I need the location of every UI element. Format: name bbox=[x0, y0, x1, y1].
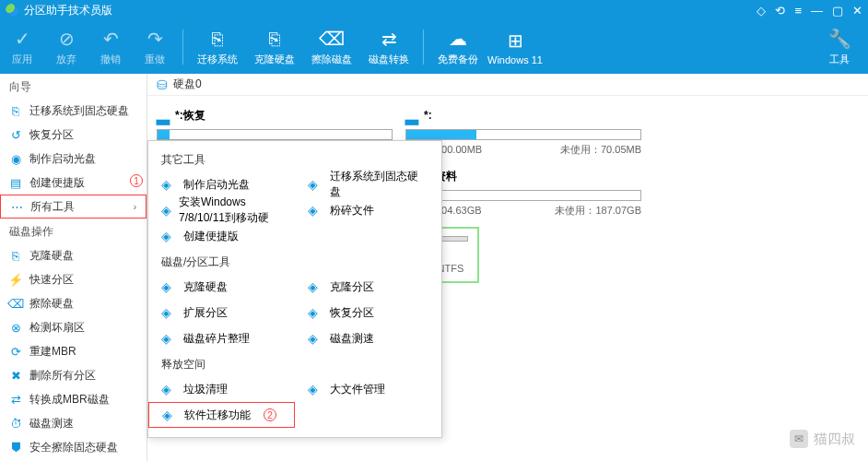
popup-item[interactable]: ◈克隆分区 bbox=[295, 274, 441, 300]
popup-item[interactable]: ◈迁移系统到固态硬盘 bbox=[295, 171, 441, 197]
watermark: ✉ 猫四叔 bbox=[790, 430, 855, 448]
sidebar-head-wizard: 向导 bbox=[0, 74, 147, 99]
sidebar-item-delete-all[interactable]: ✖删除所有分区 bbox=[0, 363, 147, 387]
popup-item-label: 迁移系统到固态硬盘 bbox=[330, 169, 428, 200]
popup-item-label: 制作启动光盘 bbox=[183, 177, 250, 193]
popup-item[interactable]: ◈垃圾清理 bbox=[148, 376, 295, 402]
drive-icon: ▂ bbox=[157, 105, 170, 125]
discard-button[interactable]: ⊘放弃 bbox=[44, 24, 88, 70]
popup-item[interactable]: ◈磁盘测速 bbox=[295, 325, 441, 351]
main-toolbar: ✓应用 ⊘放弃 ↶撤销 ↷重做 ⎘迁移系统 ⎘克隆硬盘 ⌫擦除磁盘 ⇄磁盘转换 … bbox=[0, 20, 868, 74]
usage-bar bbox=[405, 129, 641, 140]
sidebar-item-migrate-ssd[interactable]: ⎘迁移系统到固态硬盘 bbox=[0, 99, 147, 123]
sidebar: 向导 ⎘迁移系统到固态硬盘 ↺恢复分区 ◉制作启动光盘 ▤创建便捷版1 ⋯所有工… bbox=[0, 74, 147, 461]
app-logo-icon bbox=[6, 4, 18, 17]
unused-label: 未使用：70.05MB bbox=[560, 143, 641, 157]
sidebar-item-boot-disc[interactable]: ◉制作启动光盘 bbox=[0, 147, 147, 171]
volume-name: *:恢复 bbox=[175, 108, 205, 124]
wipe-button[interactable]: ⌫擦除磁盘 bbox=[303, 24, 360, 70]
badge-2: 2 bbox=[264, 408, 276, 421]
close-icon[interactable]: ✕ bbox=[852, 4, 862, 18]
volume-name: *: bbox=[424, 109, 432, 122]
popup-section-other: 其它工具 bbox=[148, 147, 441, 171]
migrate-button[interactable]: ⎘迁移系统 bbox=[189, 24, 246, 70]
badge-1: 1 bbox=[130, 174, 143, 187]
tool-icon: ◈ bbox=[161, 331, 176, 346]
sidebar-item-recover[interactable]: ↺恢复分区 bbox=[0, 123, 147, 147]
sidebar-item-wipe-disk[interactable]: ⌫擦除硬盘 bbox=[0, 291, 147, 315]
popup-item-label: 软件迁移功能 bbox=[184, 408, 251, 423]
popup-item[interactable]: ◈粉碎文件 bbox=[295, 197, 441, 223]
sidebar-item-to-mbr[interactable]: ⇄转换成MBR磁盘 bbox=[0, 387, 147, 411]
separator bbox=[182, 30, 183, 65]
tool-icon: ◈ bbox=[308, 305, 323, 320]
popup-item-label: 垃圾清理 bbox=[183, 382, 228, 397]
popup-item[interactable]: ◈制作启动光盘 bbox=[148, 171, 295, 197]
titlebar: 分区助手技术员版 ◇ ⟲ ≡ — ▢ ✕ bbox=[0, 0, 868, 20]
sidebar-item-clone-disk[interactable]: ⎘克隆硬盘 bbox=[0, 243, 147, 267]
sidebar-item-rebuild-mbr[interactable]: ⟳重建MBR bbox=[0, 339, 147, 363]
tools-button[interactable]: 🔧工具 bbox=[811, 24, 868, 70]
skin-icon[interactable]: ◇ bbox=[757, 4, 766, 18]
popup-item-label: 大文件管理 bbox=[330, 382, 385, 397]
drive-icon: ▂ bbox=[405, 105, 418, 125]
sidebar-head-disk: 磁盘操作 bbox=[0, 219, 147, 243]
backup-button[interactable]: ☁免费备份 bbox=[429, 24, 487, 70]
tool-icon: ◈ bbox=[161, 382, 176, 396]
popup-item[interactable]: ◈大文件管理 bbox=[295, 376, 441, 402]
sidebar-item-speed[interactable]: ⏱磁盘测速 bbox=[0, 411, 147, 435]
popup-item[interactable]: ◈扩展分区 bbox=[148, 300, 295, 325]
refresh-icon[interactable]: ⟲ bbox=[775, 4, 785, 18]
tool-icon: ◈ bbox=[161, 279, 176, 294]
win11-button[interactable]: ⊞Windows 11 bbox=[487, 24, 544, 70]
popup-item-label: 安装Windows 7/8/10/11到移动硬 bbox=[179, 195, 282, 226]
menu-icon[interactable]: ≡ bbox=[794, 4, 802, 18]
tool-icon: ◈ bbox=[161, 229, 176, 243]
sidebar-item-bad-sector[interactable]: ⊗检测坏扇区 bbox=[0, 315, 147, 339]
popup-section-dp: 磁盘/分区工具 bbox=[148, 249, 441, 274]
sidebar-item-quick-part[interactable]: ⚡快速分区 bbox=[0, 267, 147, 291]
popup-section-free: 释放空间 bbox=[148, 351, 441, 376]
undo-button[interactable]: ↶撤销 bbox=[88, 24, 133, 70]
usage-bar bbox=[157, 129, 393, 140]
app-title: 分区助手技术员版 bbox=[24, 3, 112, 18]
tool-icon: ◈ bbox=[308, 331, 323, 346]
sidebar-item-all-tools[interactable]: ⋯所有工具› bbox=[0, 195, 147, 219]
tool-icon: ◈ bbox=[308, 279, 323, 294]
clone-button[interactable]: ⎘克隆硬盘 bbox=[246, 24, 303, 70]
popup-item-label: 扩展分区 bbox=[183, 305, 228, 321]
sidebar-item-secure-erase[interactable]: ⛊安全擦除固态硬盘 bbox=[0, 435, 147, 459]
popup-item[interactable]: ◈创建便捷版 bbox=[148, 223, 295, 249]
popup-item[interactable]: ◈克隆硬盘 bbox=[148, 274, 295, 300]
tool-icon: ◈ bbox=[308, 177, 323, 192]
window-controls: ◇ ⟲ ≡ — ▢ ✕ bbox=[757, 4, 862, 18]
popup-item[interactable]: ◈恢复分区 bbox=[295, 300, 441, 325]
popup-item[interactable]: ◈安装Windows 7/8/10/11到移动硬 bbox=[148, 197, 295, 223]
popup-item-label: 磁盘碎片整理 bbox=[183, 331, 250, 347]
disk-icon: ⛁ bbox=[157, 77, 168, 92]
tool-icon: ◈ bbox=[161, 203, 171, 218]
tool-icon: ◈ bbox=[308, 382, 323, 396]
apply-button[interactable]: ✓应用 bbox=[0, 24, 44, 70]
sidebar-item-portable[interactable]: ▤创建便捷版1 bbox=[0, 171, 147, 195]
popup-item-label: 磁盘测速 bbox=[330, 331, 374, 347]
popup-item-label: 克隆分区 bbox=[330, 279, 374, 295]
tool-icon: ◈ bbox=[162, 408, 177, 422]
popup-item[interactable]: ◈软件迁移功能 2 bbox=[148, 402, 295, 428]
popup-item-label: 克隆硬盘 bbox=[183, 279, 228, 295]
popup-item-label: 粉碎文件 bbox=[330, 203, 374, 219]
popup-item-label: 恢复分区 bbox=[330, 305, 374, 321]
wechat-icon: ✉ bbox=[790, 430, 808, 448]
unused-label: 未使用：187.07GB bbox=[555, 204, 641, 218]
separator bbox=[423, 30, 424, 65]
popup-item-label: 创建便捷版 bbox=[183, 229, 239, 244]
tool-icon: ◈ bbox=[161, 177, 176, 192]
all-tools-popup: 其它工具 ◈制作启动光盘 ◈迁移系统到固态硬盘 ◈安装Windows 7/8/1… bbox=[147, 140, 442, 438]
minimize-icon[interactable]: — bbox=[811, 4, 823, 18]
convert-button[interactable]: ⇄磁盘转换 bbox=[360, 24, 417, 70]
redo-button[interactable]: ↷重做 bbox=[133, 24, 177, 70]
maximize-icon[interactable]: ▢ bbox=[832, 4, 843, 18]
tool-icon: ◈ bbox=[161, 305, 176, 320]
popup-item[interactable]: ◈磁盘碎片整理 bbox=[148, 325, 295, 351]
chevron-right-icon: › bbox=[134, 202, 136, 212]
